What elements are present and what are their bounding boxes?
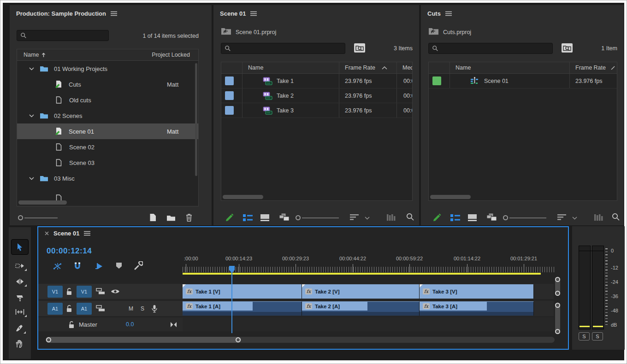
new-bin-icon[interactable] (166, 215, 176, 221)
zoom-slider-handle[interactable] (18, 215, 23, 220)
ripple-edit-tool[interactable] (15, 278, 24, 285)
track-target-a1[interactable]: A1 (77, 303, 92, 315)
audio-vertical-scrollbar[interactable] (555, 305, 560, 332)
project-writable-icon[interactable] (225, 212, 235, 223)
thumbnail-zoom-track[interactable] (509, 217, 546, 218)
project-writable-icon[interactable] (432, 212, 442, 223)
timeline-audio-clip[interactable]: fxTake 2 [A] (302, 301, 420, 316)
search-input[interactable] (221, 43, 345, 54)
automate-to-sequence-icon[interactable] (387, 214, 396, 221)
column-frame-rate[interactable]: Frame Rate (345, 65, 375, 71)
track-target-v1[interactable]: V1 (77, 286, 92, 298)
search-input[interactable] (17, 30, 109, 41)
track-lock-icon[interactable] (66, 305, 72, 312)
solo-button[interactable]: S (141, 305, 144, 312)
master-track-lane[interactable] (183, 317, 554, 331)
chevron-down-icon[interactable] (365, 217, 370, 220)
tree-row-project[interactable]: Cuts Matt (17, 76, 198, 92)
timeline-video-clip[interactable]: fxTake 2 [V] (302, 284, 420, 299)
timeline-hscroll-thumb[interactable] (46, 337, 241, 343)
mute-button[interactable]: M (129, 305, 133, 312)
keyframes-toggle-icon[interactable] (170, 322, 177, 327)
column-name[interactable]: Name (455, 65, 471, 71)
icon-view-icon[interactable] (260, 214, 269, 221)
freeform-view-icon[interactable] (279, 213, 290, 221)
tree-row-project[interactable]: Scene 03 (17, 155, 198, 170)
navigate-up-icon[interactable] (221, 27, 231, 35)
pen-tool[interactable] (15, 324, 24, 332)
horizontal-scrollbar[interactable] (18, 200, 67, 205)
trash-icon[interactable] (185, 213, 193, 222)
column-name[interactable]: Name (248, 65, 263, 71)
zoom-in-handle[interactable] (236, 337, 241, 342)
clip-row[interactable]: Take 1 23.976 fps 00:0 (221, 74, 412, 88)
chevron-down-icon[interactable] (572, 217, 577, 220)
video-track-lane[interactable]: fxTake 1 [V] fxTake 2 [V] fxTake 3 [V] (183, 284, 554, 299)
source-patch-v1[interactable]: V1 (47, 286, 63, 298)
timeline-tab-label[interactable]: Scene 01 (53, 230, 79, 237)
horizontal-scrollbar[interactable] (223, 195, 263, 199)
tree-row-folder[interactable]: 02 Scenes (17, 108, 198, 123)
timeline-settings-wrench-icon[interactable] (134, 261, 143, 270)
breadcrumb[interactable]: Scene 01.prproj (236, 29, 276, 35)
tree-row-project-selected[interactable]: Scene 01 Matt (17, 123, 198, 139)
search-bin-icon[interactable] (354, 43, 366, 53)
timeline-video-clip[interactable]: fxTake 3 [V] (420, 284, 534, 299)
snap-magnet-icon[interactable] (73, 262, 82, 270)
voiceover-record-mic-icon[interactable] (151, 305, 158, 313)
production-list-header[interactable]: Name Project Locked (17, 49, 198, 61)
tree-row-project[interactable]: Scene 02 (17, 139, 198, 155)
icon-view-icon[interactable] (468, 214, 477, 221)
panel-menu-icon[interactable] (84, 231, 90, 236)
track-lock-icon[interactable] (66, 288, 72, 295)
zoom-slider-track[interactable] (24, 217, 58, 218)
zoom-out-handle[interactable] (46, 337, 51, 342)
chevron-down-icon[interactable] (29, 114, 34, 117)
close-icon[interactable] (45, 231, 49, 235)
selection-tool[interactable] (11, 239, 29, 255)
hand-tool[interactable] (15, 340, 24, 348)
razor-tool[interactable] (15, 294, 24, 302)
sync-lock-icon[interactable] (96, 288, 105, 295)
add-marker-icon[interactable] (116, 262, 122, 269)
column-media[interactable]: Med (402, 65, 413, 71)
solo-left-button[interactable]: S (579, 332, 590, 341)
freeform-view-icon[interactable] (486, 213, 497, 221)
toggle-track-output-eye-icon[interactable] (111, 288, 120, 294)
scene-list-header[interactable]: Name Frame Rate Med (221, 62, 412, 74)
timeline-tab[interactable]: Scene 01 (45, 230, 90, 237)
horizontal-scrollbar[interactable] (430, 195, 471, 199)
chevron-down-icon[interactable] (29, 177, 34, 180)
column-frame-rate[interactable]: Frame Rate (575, 65, 606, 71)
vertical-scrollbar[interactable] (195, 63, 197, 176)
sequence-row[interactable]: Scene 01 23.976 fps (429, 74, 617, 88)
thumbnail-zoom-handle[interactable] (296, 215, 301, 220)
source-patch-a1[interactable]: A1 (47, 303, 63, 315)
panel-menu-icon[interactable] (111, 11, 117, 16)
panel-menu-icon[interactable] (445, 11, 452, 16)
breadcrumb[interactable]: Cuts.prproj (443, 29, 471, 35)
playhead-timecode[interactable]: 00:00:12:14 (47, 247, 92, 256)
slip-tool[interactable] (15, 308, 24, 316)
list-view-icon[interactable] (243, 214, 253, 221)
search-bin-icon[interactable] (561, 43, 573, 53)
tree-row-project[interactable]: Old cuts (17, 92, 198, 108)
label-color-chip[interactable] (225, 106, 234, 115)
column-name[interactable]: Name (24, 52, 39, 58)
master-gain-value[interactable]: 0.0 (126, 321, 134, 328)
tree-row-folder[interactable]: 03 Misc (17, 170, 198, 186)
linked-selection-icon[interactable] (94, 262, 103, 270)
label-color-chip[interactable] (432, 76, 441, 85)
new-item-icon[interactable] (149, 213, 156, 222)
track-lock-icon[interactable] (68, 321, 75, 329)
clip-row[interactable]: Take 3 23.976 fps 00:0 (221, 103, 412, 118)
label-color-chip[interactable] (225, 76, 234, 85)
sort-icon[interactable] (557, 214, 566, 220)
thumbnail-zoom-track[interactable] (302, 217, 339, 218)
timeline-audio-clip[interactable]: fxTake 1 [A] (183, 301, 302, 316)
tree-row-folder[interactable]: 01 Working Projects (17, 61, 198, 76)
label-color-chip[interactable] (225, 91, 234, 100)
clip-row[interactable]: Take 2 23.976 fps 00:0 (221, 88, 412, 103)
sort-icon[interactable] (350, 214, 359, 220)
search-input[interactable] (428, 43, 553, 54)
